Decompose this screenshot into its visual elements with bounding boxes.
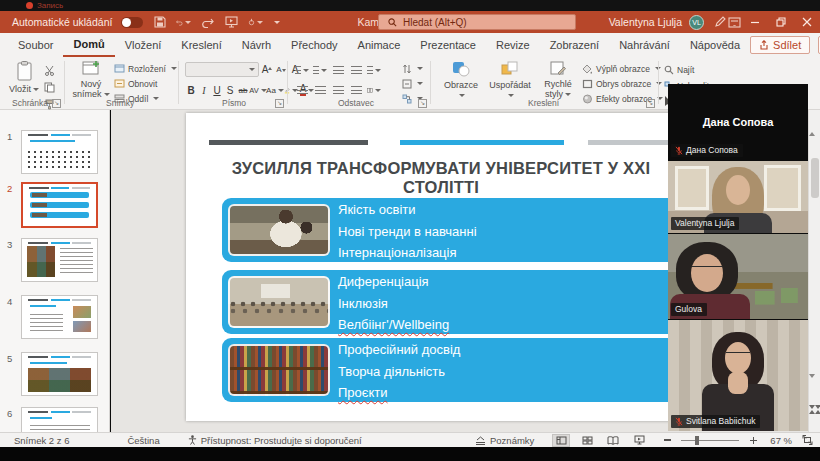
- shrink-font-button[interactable]: A: [275, 63, 287, 77]
- align-text-button[interactable]: [402, 77, 423, 90]
- block-item[interactable]: Велбіінг'/Wellbeing: [338, 314, 449, 336]
- underline-button[interactable]: U: [211, 83, 223, 97]
- find-button[interactable]: Najít: [664, 63, 720, 76]
- strikethrough-button[interactable]: ab: [237, 83, 249, 97]
- grow-font-button[interactable]: A: [261, 63, 273, 77]
- block-item[interactable]: Проєкти: [338, 382, 460, 404]
- user-name[interactable]: Valentyna Ljulja: [609, 16, 682, 28]
- zoom-out-button[interactable]: [658, 434, 676, 447]
- save-button[interactable]: [152, 15, 167, 30]
- tab-kresleni[interactable]: Kreslení: [171, 33, 231, 57]
- autosave-toggle[interactable]: [121, 17, 143, 28]
- bullets-button[interactable]: [295, 63, 309, 77]
- scrollbar-up-button[interactable]: [809, 110, 820, 133]
- fit-slide-to-window-button[interactable]: [798, 434, 816, 447]
- tab-prezentace[interactable]: Prezentace: [410, 33, 486, 57]
- restore-button[interactable]: [768, 11, 794, 33]
- tab-zobrazeni[interactable]: Zobrazení: [540, 33, 610, 57]
- next-slide-button[interactable]: [809, 409, 820, 427]
- increase-indent-button[interactable]: [349, 63, 363, 77]
- participant-tile-4[interactable]: Svitlana Babiichuk: [668, 320, 808, 431]
- align-right-button[interactable]: [331, 83, 345, 97]
- undo-button[interactable]: [176, 15, 191, 30]
- slide-title[interactable]: ЗУСИЛЛЯ ТРАНСФОРМУВАТИ УНІВЕРСИТЕТ У XXI…: [201, 159, 681, 197]
- accessibility-status[interactable]: Přístupnost: Prostudujte si doporučení: [188, 435, 362, 446]
- copy-button[interactable]: [42, 80, 56, 94]
- character-spacing-button[interactable]: AV: [250, 83, 266, 97]
- shapes-button[interactable]: Obrazce: [440, 61, 482, 101]
- notes-toggle[interactable]: Poznámky: [475, 435, 534, 446]
- start-slideshow-button[interactable]: [224, 15, 239, 30]
- view-reading-button[interactable]: [604, 434, 622, 447]
- pencil-icon[interactable]: [712, 15, 727, 30]
- slide-thumbnail-1[interactable]: [21, 130, 98, 174]
- align-center-button[interactable]: [313, 83, 327, 97]
- close-button[interactable]: [794, 11, 820, 33]
- tab-nahravani[interactable]: Nahrávání: [609, 33, 680, 57]
- slide-thumbnail-5[interactable]: [21, 352, 98, 396]
- minimize-button[interactable]: [742, 11, 768, 33]
- block-item[interactable]: Нові тренди в навчанні: [338, 221, 477, 243]
- touch-mode-dropdown[interactable]: [257, 21, 263, 24]
- participant-tile-1[interactable]: Дана Сопова Дана Сопова: [668, 84, 808, 160]
- dialog-launcher-clipboard[interactable]: ↘: [52, 99, 61, 108]
- justify-button[interactable]: [349, 83, 363, 97]
- slide-thumbnail-4[interactable]: [21, 295, 98, 339]
- dialog-launcher-drawing[interactable]: ↘: [646, 99, 655, 108]
- block-item[interactable]: Творча діяльність: [338, 361, 460, 383]
- tab-animace[interactable]: Animace: [348, 33, 411, 57]
- slide-thumbnail-6[interactable]: [21, 407, 98, 432]
- zoom-slider-thumb[interactable]: [695, 436, 699, 445]
- shape-outline-button[interactable]: Obrys obrazce: [582, 77, 663, 90]
- tab-prechody[interactable]: Přechody: [281, 33, 347, 57]
- change-case-button[interactable]: Aa: [267, 83, 283, 97]
- font-combobox[interactable]: [185, 62, 259, 77]
- block-item[interactable]: Інклюзія: [338, 293, 449, 315]
- view-slideshow-button[interactable]: [630, 434, 648, 447]
- bold-button[interactable]: B: [185, 83, 197, 97]
- text-direction-button[interactable]: [402, 62, 423, 75]
- quick-styles-button[interactable]: Rychlé styly: [538, 61, 578, 100]
- redo-button[interactable]: [200, 15, 215, 30]
- block-item[interactable]: Інтернаціоналізація: [338, 242, 477, 264]
- line-spacing-button[interactable]: [367, 63, 381, 77]
- decrease-indent-button[interactable]: [331, 63, 345, 77]
- avatar[interactable]: VL: [689, 15, 704, 30]
- block-item[interactable]: Диференціація: [338, 271, 449, 293]
- participant-tile-3[interactable]: Gulova: [668, 234, 808, 319]
- layout-button[interactable]: Rozložení: [114, 62, 177, 75]
- view-slide-sorter-button[interactable]: [578, 434, 596, 447]
- dialog-launcher-font[interactable]: ↘: [275, 99, 284, 108]
- slide-thumbnail-3[interactable]: [21, 238, 98, 282]
- italic-button[interactable]: I: [198, 83, 210, 97]
- tab-revize[interactable]: Revize: [486, 33, 540, 57]
- participant-tile-2[interactable]: Valentyna Ljulja: [668, 161, 808, 233]
- ribbon-display-options-button[interactable]: [727, 15, 742, 30]
- align-left-button[interactable]: [295, 83, 309, 97]
- customize-qat-button[interactable]: [274, 21, 280, 24]
- cut-button[interactable]: [42, 63, 56, 77]
- tab-domu[interactable]: Domů: [63, 33, 114, 57]
- arrange-button[interactable]: Uspořádat: [486, 61, 534, 101]
- columns-button[interactable]: [367, 83, 381, 97]
- tab-vlozeni[interactable]: Vložení: [115, 33, 172, 57]
- shape-fill-button[interactable]: Výplň obrazce: [582, 62, 663, 75]
- zoom-level[interactable]: 67 %: [770, 435, 792, 446]
- tab-navrh[interactable]: Návrh: [232, 33, 281, 57]
- new-slide-button[interactable]: Nový snímek: [72, 60, 110, 100]
- undo-dropdown[interactable]: [185, 21, 191, 24]
- block-item[interactable]: Професійний досвід: [338, 339, 460, 361]
- block-item[interactable]: Якість освіти: [338, 199, 477, 221]
- tab-napoveda[interactable]: Nápověda: [680, 33, 750, 57]
- paste-button[interactable]: Vložit: [8, 61, 40, 94]
- touch-mouse-mode-button[interactable]: [248, 15, 263, 30]
- reset-button[interactable]: Obnovit: [114, 77, 177, 90]
- zoom-slider[interactable]: [681, 440, 739, 441]
- search-box[interactable]: Hledat (Alt+Q): [378, 14, 576, 30]
- tab-soubor[interactable]: Soubor: [8, 33, 63, 57]
- share-button[interactable]: Sdílet: [750, 36, 810, 54]
- zoom-in-button[interactable]: [744, 434, 762, 447]
- scrollbar-thumb[interactable]: [811, 158, 819, 198]
- text-shadow-button[interactable]: S: [224, 83, 236, 97]
- dialog-launcher-paragraph[interactable]: ↘: [418, 99, 427, 108]
